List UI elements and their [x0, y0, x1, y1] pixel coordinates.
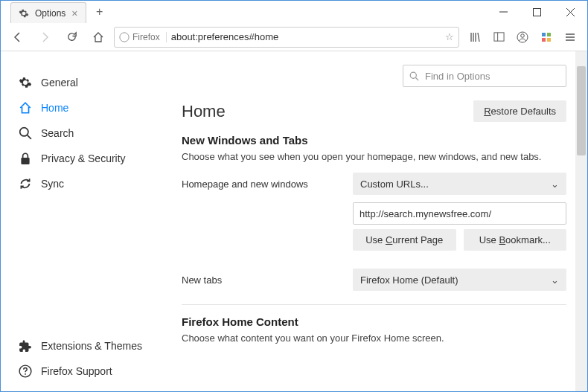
tab-options[interactable]: Options ×	[10, 2, 86, 23]
lock-icon	[19, 152, 32, 165]
puzzle-icon	[19, 339, 32, 353]
section-new-windows-sub: Choose what you see when you open your h…	[182, 151, 566, 162]
sidebar-item-label: Firefox Support	[41, 365, 112, 377]
page-title: Home	[182, 102, 226, 121]
content-area: General Home Search Privacy & Security S…	[1, 51, 587, 391]
tab-strip: Options × +	[1, 1, 487, 23]
sidebar-item-general[interactable]: General	[1, 70, 168, 95]
vertical-scrollbar[interactable]	[575, 51, 587, 391]
svg-point-1	[120, 32, 129, 41]
tab-close-button[interactable]: ×	[71, 7, 77, 19]
titlebar: Options × +	[1, 1, 587, 23]
chevron-down-icon: ⌄	[551, 179, 559, 190]
maximize-button[interactable]	[520, 1, 554, 23]
search-icon	[19, 126, 32, 140]
svg-rect-10	[21, 158, 29, 164]
home-button[interactable]	[87, 26, 109, 48]
scrollbar-thumb[interactable]	[577, 66, 586, 155]
svg-rect-2	[493, 33, 503, 41]
sync-icon	[19, 177, 32, 190]
new-tab-button[interactable]: +	[92, 4, 107, 19]
section-home-content-sub: Choose what content you want on your Fir…	[182, 332, 566, 344]
bookmark-star-icon[interactable]: ☆	[445, 31, 454, 42]
addons-button[interactable]	[535, 26, 557, 48]
newtabs-label: New tabs	[182, 274, 353, 286]
chevron-down-icon: ⌄	[551, 274, 559, 286]
sidebar-item-label: Privacy & Security	[41, 152, 126, 164]
svg-point-13	[410, 72, 416, 78]
svg-point-9	[20, 128, 28, 136]
section-home-content-title: Firefox Home Content	[182, 315, 566, 328]
restore-defaults-button[interactable]: Restore Defaults	[473, 100, 566, 122]
sidebar-button[interactable]	[488, 26, 510, 48]
sidebar-item-search[interactable]: Search	[1, 121, 168, 146]
svg-rect-7	[542, 38, 546, 42]
svg-point-12	[25, 373, 26, 375]
forward-button[interactable]	[33, 26, 56, 48]
svg-rect-8	[547, 38, 551, 42]
menu-button[interactable]	[559, 26, 581, 48]
sidebar-item-label: Home	[41, 102, 68, 114]
window-controls	[487, 1, 587, 23]
identity-box[interactable]: Firefox	[119, 32, 167, 42]
sidebar-item-privacy[interactable]: Privacy & Security	[1, 146, 168, 171]
sidebar-item-sync[interactable]: Sync	[1, 171, 168, 196]
use-current-page-button[interactable]: Use Current Page	[353, 229, 456, 251]
sidebar-item-label: Sync	[41, 178, 64, 190]
section-new-windows-title: New Windows and Tabs	[182, 134, 566, 147]
sidebar-item-home[interactable]: Home	[1, 95, 168, 121]
divider	[182, 304, 566, 305]
homepage-url-input[interactable]	[353, 202, 566, 225]
search-icon	[409, 71, 419, 81]
svg-point-4	[521, 33, 525, 37]
reload-button[interactable]	[60, 26, 83, 48]
newtabs-select[interactable]: Firefox Home (Default) ⌄	[353, 269, 566, 291]
back-button[interactable]	[7, 26, 29, 48]
sidebar-item-label: General	[41, 77, 78, 89]
preferences-main: Find in Options Home Restore Defaults Ne…	[168, 51, 587, 391]
minimize-button[interactable]	[487, 1, 520, 23]
gear-icon	[19, 76, 32, 89]
firefox-icon	[119, 32, 130, 42]
question-icon	[19, 364, 32, 378]
home-icon	[19, 101, 32, 115]
tab-title: Options	[35, 8, 65, 19]
homepage-label: Homepage and new windows	[182, 179, 353, 190]
preferences-sidebar: General Home Search Privacy & Security S…	[1, 51, 168, 391]
account-button[interactable]	[511, 26, 534, 48]
toolbar: Firefox about:preferences#home ☆	[1, 23, 587, 51]
gear-icon	[19, 8, 29, 19]
use-bookmark-button[interactable]: Use Bookmark...	[464, 229, 567, 251]
url-bar[interactable]: Firefox about:preferences#home ☆	[114, 27, 459, 48]
close-button[interactable]	[554, 1, 587, 23]
svg-rect-0	[534, 8, 541, 16]
library-button[interactable]	[464, 26, 486, 48]
sidebar-item-label: Extensions & Themes	[41, 340, 142, 352]
sidebar-item-extensions[interactable]: Extensions & Themes	[1, 333, 168, 359]
homepage-mode-select[interactable]: Custom URLs... ⌄	[353, 173, 566, 195]
url-text: about:preferences#home	[171, 31, 441, 42]
find-placeholder: Find in Options	[425, 71, 490, 82]
svg-rect-6	[547, 33, 551, 36]
sidebar-item-label: Search	[41, 127, 74, 139]
find-in-options-input[interactable]: Find in Options	[403, 65, 566, 87]
sidebar-item-support[interactable]: Firefox Support	[1, 359, 168, 384]
svg-rect-5	[542, 33, 546, 36]
